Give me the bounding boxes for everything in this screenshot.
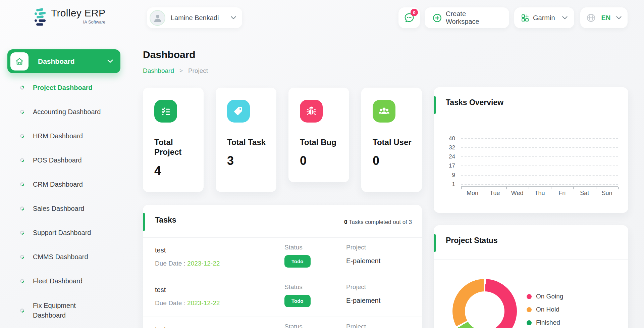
panel-accent-bar bbox=[434, 96, 436, 114]
axis-tick bbox=[461, 187, 462, 189]
brand-subtitle: IA Software bbox=[83, 19, 105, 25]
tasks-overview-title: Tasks Overview bbox=[446, 98, 503, 107]
tasks-completed-count: 0 bbox=[344, 219, 347, 225]
axis-tick bbox=[529, 187, 529, 189]
plus-circle-icon bbox=[433, 13, 442, 22]
app-root: Trolley ERP IA Software Lamine Benkadi bbox=[0, 0, 644, 328]
x-axis-label: Wed bbox=[506, 190, 529, 197]
sidebar-dashboard-toggle[interactable]: Dashboard bbox=[7, 49, 120, 73]
axis-tick bbox=[573, 187, 574, 189]
sidebar-menu: Project Dashboard Accounting Dashboard H… bbox=[20, 76, 121, 328]
task-row: test Due Date : 2023-12-22 Status Todo P… bbox=[143, 317, 422, 328]
tag-icon bbox=[227, 100, 250, 123]
stat-value: 3 bbox=[227, 154, 271, 168]
breadcrumb-separator: > bbox=[179, 67, 183, 74]
tasks-completed-text: Tasks completed out of 3 bbox=[347, 219, 412, 225]
workspace-name: Garmin bbox=[533, 14, 558, 22]
stat-label: Total Project bbox=[154, 137, 198, 157]
stat-card-total-project: Total Project 4 bbox=[143, 88, 204, 192]
sidebar-item-hrm-dashboard[interactable]: HRM Dashboard bbox=[20, 124, 121, 148]
gridline-dash bbox=[461, 147, 618, 148]
stat-value: 0 bbox=[300, 154, 344, 168]
bullet-icon bbox=[19, 133, 25, 139]
legend-dot bbox=[527, 294, 532, 299]
legend-item-on-going[interactable]: On Going bbox=[527, 292, 563, 300]
bullet-icon bbox=[19, 308, 25, 314]
panel-accent-bar bbox=[143, 213, 145, 231]
stat-label: Total Bug bbox=[300, 137, 344, 147]
chat-button[interactable]: 0 bbox=[398, 7, 420, 28]
sidebar-item-crm-dashboard[interactable]: CRM Dashboard bbox=[20, 172, 121, 196]
breadcrumb-dashboard-link[interactable]: Dashboard bbox=[143, 67, 174, 75]
create-workspace-button[interactable]: Create Workspace bbox=[425, 7, 509, 28]
breadcrumb-current: Project bbox=[188, 67, 208, 75]
task-row: test Due Date : 2023-12-22 Status Todo P… bbox=[143, 237, 422, 277]
status-badge: Todo bbox=[284, 295, 311, 307]
x-axis-label: Thu bbox=[529, 190, 551, 197]
axis-tick bbox=[551, 187, 551, 189]
bullet-icon bbox=[19, 182, 25, 187]
divider bbox=[434, 259, 628, 260]
bullet-icon bbox=[19, 278, 25, 284]
sidebar-item-fix-equipment-dashboard[interactable]: Fix Equipment Dashboard bbox=[20, 293, 121, 328]
user-menu[interactable]: Lamine Benkadi bbox=[147, 7, 242, 28]
project-column-label: Project bbox=[346, 323, 366, 328]
tasks-completed-summary: 0 Tasks completed out of 3 bbox=[344, 219, 412, 226]
sidebar-item-accounting-dashboard[interactable]: Accounting Dashboard bbox=[20, 100, 121, 124]
task-due-date: Due Date : 2023-12-22 bbox=[155, 299, 220, 307]
language-select[interactable]: EN bbox=[580, 7, 628, 28]
axis-tick bbox=[596, 187, 596, 189]
axis-tick bbox=[484, 187, 484, 189]
sidebar-item-support-dashboard[interactable]: Support Dashboard bbox=[20, 221, 121, 245]
x-axis-line bbox=[461, 186, 618, 190]
sidebar-item-cmms-dashboard[interactable]: CMMS Dashboard bbox=[20, 245, 121, 269]
task-name: test bbox=[155, 326, 166, 328]
chevron-down-icon bbox=[231, 16, 236, 19]
sidebar-item-project-dashboard[interactable]: Project Dashboard bbox=[20, 76, 121, 100]
status-badge: Todo bbox=[284, 255, 311, 268]
tasks-overview-header: Tasks Overview bbox=[434, 87, 628, 121]
avatar bbox=[150, 10, 165, 26]
x-axis-label: Sat bbox=[573, 190, 596, 197]
task-project: E-paiement bbox=[346, 257, 380, 265]
chat-badge: 0 bbox=[411, 9, 418, 16]
legend-item-on-hold[interactable]: On Hold bbox=[527, 306, 563, 314]
y-axis-label: 32 bbox=[442, 144, 455, 151]
task-name: test bbox=[155, 246, 166, 254]
bullet-icon bbox=[19, 230, 25, 236]
legend-dot bbox=[527, 320, 532, 325]
task-project: E-paiement bbox=[346, 297, 380, 304]
gridline-dash bbox=[461, 156, 618, 157]
bullet-icon bbox=[19, 206, 25, 212]
sidebar-item-pos-dashboard[interactable]: POS Dashboard bbox=[20, 148, 121, 172]
language-code: EN bbox=[599, 14, 612, 22]
y-axis-label: 40 bbox=[442, 135, 455, 142]
task-due-date-value: 2023-12-22 bbox=[187, 299, 220, 307]
axis-tick bbox=[506, 187, 507, 189]
sidebar-item-fleet-dashboard[interactable]: Fleet Dashboard bbox=[20, 269, 121, 293]
x-axis-labels: Mon Tue Wed Thu Fri Sat Sun bbox=[461, 190, 618, 197]
y-axis-label: 1 bbox=[442, 181, 455, 188]
sidebar-item-sales-dashboard[interactable]: Sales Dashboard bbox=[20, 196, 121, 221]
breadcrumb: Dashboard > Project bbox=[143, 67, 208, 75]
status-column-label: Status bbox=[284, 244, 303, 251]
project-status-title: Project Status bbox=[446, 236, 498, 245]
stat-label: Total Task bbox=[227, 137, 271, 147]
project-status-header: Project Status bbox=[434, 225, 628, 259]
task-due-date: Due Date : 2023-12-22 bbox=[155, 260, 220, 267]
stat-card-total-task: Total Task 3 bbox=[216, 88, 276, 192]
bullet-icon bbox=[19, 109, 25, 115]
task-due-date-value: 2023-12-22 bbox=[187, 260, 220, 267]
bullet-icon bbox=[19, 85, 25, 91]
stat-card-total-bug: Total Bug 0 bbox=[288, 88, 349, 182]
workspace-select[interactable]: Garmin bbox=[514, 7, 574, 28]
bullet-icon bbox=[19, 157, 25, 163]
gridline-dash bbox=[461, 184, 618, 185]
legend-item-finished[interactable]: Finished bbox=[527, 319, 563, 327]
legend-dot bbox=[527, 307, 532, 312]
stat-label: Total User bbox=[373, 137, 417, 147]
brand-name: Trolley ERP bbox=[51, 7, 105, 19]
x-axis-label: Sun bbox=[596, 190, 618, 197]
chevron-down-icon bbox=[562, 16, 568, 19]
checklist-icon bbox=[154, 100, 177, 123]
